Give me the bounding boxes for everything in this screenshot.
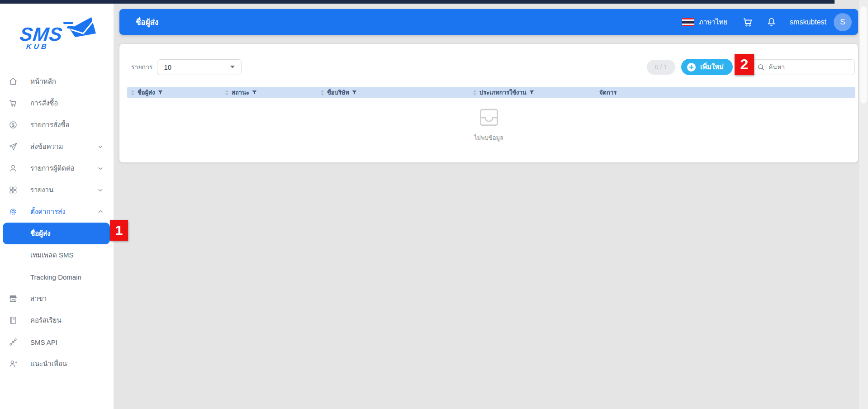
sidebar-item-label: รายการสั่งซื้อ [30,119,70,130]
sidebar-item-label: ตั้งค่าการส่ง [30,206,66,217]
sidebar-item-label: ชื่อผู้ส่ง [30,228,50,239]
column-header-usage-type[interactable]: ประเภทการใช้งาน [469,88,596,97]
storefront-icon [8,293,19,304]
page-title: ชื่อผู้ส่ง [136,16,158,28]
logo-envelope-icon [60,14,98,47]
empty-state-text: ไม่พบข้อมูล [119,133,858,143]
search-input[interactable] [768,63,841,71]
column-header-status[interactable]: สถานะ [221,88,317,97]
plug-icon [8,337,19,347]
chevron-down-icon [97,187,104,195]
chevron-down-icon [97,165,104,173]
sidebar-item-label: รายงาน [30,185,53,195]
sidebar-item-send-message[interactable]: ส่งข้อความ [0,136,114,157]
language-selector[interactable]: ภาษาไทย [699,17,727,28]
sidebar-item-order[interactable]: การสั่งซื้อ [0,92,114,114]
sidebar-item-refer-friend[interactable]: แนะนำเพื่อน [0,353,114,375]
smskub-logo[interactable]: SMS KUB [16,14,98,55]
paper-plane-icon [8,141,19,152]
table-header-row: ชื่อผู้ส่ง สถานะ ชื่อบริษัท ประเภทการใช้… [127,87,855,98]
chevron-down-icon [97,143,104,151]
logo-text: SMS [19,24,63,45]
sidebar-item-sms-template[interactable]: เทมเพลต SMS [0,244,114,266]
column-header-label: ชื่อผู้ส่ง [138,88,155,97]
filter-funnel-icon[interactable] [252,90,257,95]
avatar[interactable]: S [834,13,852,31]
search-box [752,59,855,75]
sidebar-item-order-list[interactable]: รายการสั่งซื้อ [0,114,114,136]
add-new-button-label: เพิ่มใหม่ [700,62,724,72]
filter-funnel-icon[interactable] [529,90,534,95]
empty-state: ไม่พบข้อมูล [119,105,858,143]
column-header-label: ชื่อบริษัท [327,88,349,97]
sidebar-item-label: ส่งข้อความ [30,141,63,152]
person-icon [8,163,19,174]
notifications-bell-icon[interactable] [764,15,778,29]
sidebar-item-label: รายการผู้ติดต่อ [30,163,75,174]
sidebar-item-sender-name[interactable]: ชื่อผู้ส่ง [3,223,110,244]
chevron-up-icon [97,209,104,216]
sidebar-item-branch[interactable]: สาขา [0,288,114,309]
logo-subtext: KUB [26,43,49,51]
annotation-badge-2: 2 [735,54,754,75]
usage-counter-badge: 0 / 1 [647,60,675,75]
sidebar-item-label: หน้าหลัก [30,76,56,87]
sidebar-item-send-settings[interactable]: ตั้งค่าการส่ง [0,201,114,223]
thai-flag-icon[interactable] [682,18,694,26]
sidebar-item-label: การสั่งซื้อ [30,98,58,109]
home-icon [8,76,19,87]
filter-funnel-icon[interactable] [352,90,357,95]
cart-icon[interactable] [741,15,754,29]
sidebar: SMS KUB หน้าหลัก การสั่งซื้อ รายการสั [0,4,114,409]
sidebar-item-label: แนะนำเพื่อน [30,358,67,369]
app-header: ชื่อผู้ส่ง ภาษาไทย smskubtest S [119,9,858,35]
book-icon [8,315,19,326]
screen: SMS KUB หน้าหลัก การสั่งซื้อ รายการสั [0,0,868,409]
scrollbar-thumb[interactable] [860,6,867,104]
sidebar-item-tracking-domain[interactable]: Tracking Domain [0,266,114,288]
add-new-button[interactable]: เพิ่มใหม่ [681,59,733,75]
sidebar-item-reports[interactable]: รายงาน [0,179,114,201]
column-header-label: ประเภทการใช้งาน [479,88,526,97]
per-page-label: รายการ [131,62,152,72]
gear-icon [8,206,19,217]
dashboard-icon [8,185,19,195]
sidebar-item-label: SMS API [30,338,57,346]
search-icon [757,63,765,71]
sidebar-item-courses[interactable]: คอร์สเรียน [0,309,114,331]
annotation-badge-1: 1 [110,220,128,241]
column-header-company[interactable]: ชื่อบริษัท [317,88,469,97]
empty-inbox-icon [477,105,501,129]
column-header-label: จัดการ [599,88,617,97]
header-actions: ภาษาไทย smskubtest S [682,13,852,31]
sidebar-item-label: สาขา [30,293,47,304]
sidebar-item-label: คอร์สเรียน [30,315,61,326]
sort-icon[interactable] [320,90,324,96]
vertical-scrollbar[interactable] [859,0,868,409]
sidebar-item-contacts[interactable]: รายการผู้ติดต่อ [0,157,114,179]
sort-icon[interactable] [473,90,477,96]
column-header-label: สถานะ [232,88,249,97]
dollar-circle-icon [8,119,19,130]
sidebar-item-home[interactable]: หน้าหลัก [0,71,114,92]
plus-circle-icon [687,62,696,72]
column-header-sender-name[interactable]: ชื่อผู้ส่ง [127,88,221,97]
sort-icon[interactable] [225,90,229,96]
window-top-strip [0,0,835,4]
sort-icon[interactable] [131,90,135,96]
per-page-value: 10 [164,63,171,71]
sidebar-item-label: เทมเพลต SMS [30,250,74,261]
sidebar-nav: หน้าหลัก การสั่งซื้อ รายการสั่งซื้อ ส่งข… [0,71,114,375]
per-page-select[interactable]: 10 [157,59,242,75]
caret-down-icon [230,66,235,68]
sidebar-item-sms-api[interactable]: SMS API [0,331,114,353]
sidebar-item-label: Tracking Domain [30,273,81,281]
username[interactable]: smskubtest [790,18,826,26]
column-header-manage: จัดการ [596,88,855,97]
cart-icon [8,98,19,109]
person-add-icon [8,358,19,369]
filter-funnel-icon[interactable] [158,90,163,95]
